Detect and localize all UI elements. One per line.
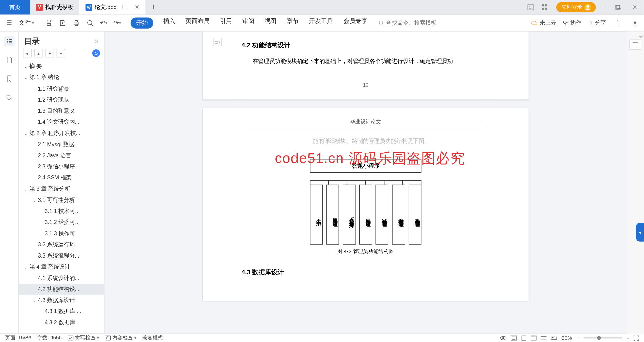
undo-icon[interactable]: ↶▾ <box>98 17 109 28</box>
chevron-down-icon[interactable]: ⌄ <box>22 75 29 80</box>
menu-view[interactable]: 视图 <box>265 17 277 28</box>
toc-item[interactable]: 4.3.2 数据库... <box>19 317 104 328</box>
word-count[interactable]: 字数: 9556 <box>37 334 62 342</box>
zoom-slider[interactable] <box>583 337 622 339</box>
menu-chapter[interactable]: 章节 <box>287 17 299 28</box>
chevron-down-icon[interactable]: ⌄ <box>22 64 29 69</box>
toc-item[interactable]: ⌄第 1 章 绪论 <box>19 72 104 83</box>
toc-item[interactable]: ⌄3.1 可行性分析 <box>19 194 104 206</box>
bookmark-rail-icon[interactable] <box>4 55 14 65</box>
add-heading-icon[interactable]: + <box>45 49 54 58</box>
close-icon[interactable]: ✕ <box>135 4 139 10</box>
tab-template[interactable]: 找稻壳模板 <box>30 0 79 14</box>
chevron-down-icon[interactable]: ⌄ <box>22 131 29 135</box>
svg-point-20 <box>88 20 92 25</box>
mini-arrow-icon[interactable]: ◂▸ <box>639 34 642 38</box>
maximize-icon[interactable] <box>615 4 625 9</box>
toc-item[interactable]: 1.2 研究现状 <box>19 94 104 105</box>
print-icon[interactable] <box>71 17 82 28</box>
menu-insert[interactable]: 插入 <box>163 17 175 28</box>
save-icon[interactable] <box>43 17 54 28</box>
chevron-down-icon[interactable]: ⌄ <box>31 298 38 303</box>
file-menu[interactable]: 文件▾ <box>17 19 36 27</box>
spellcheck-toggle[interactable]: 拼写检查 ▾ <box>68 334 99 342</box>
share-button[interactable]: 分享 <box>587 19 606 27</box>
page-11: 毕业设计论文 code51.cn 源码乐园盗图必究 能的详细模块。绘制的管理员功… <box>203 108 528 301</box>
page-header-icon[interactable]: ▤▾ <box>213 38 222 46</box>
tab-home[interactable]: 首页 <box>0 0 30 14</box>
view-read-icon[interactable] <box>511 335 517 340</box>
content-check[interactable]: 内容检查 ▾ <box>105 334 136 342</box>
favorite-rail-icon[interactable] <box>4 74 14 84</box>
sidebar-close-icon[interactable]: ✕ <box>94 38 99 44</box>
fullscreen-icon[interactable] <box>634 335 639 340</box>
navigator-icon[interactable]: ☰ <box>629 40 641 50</box>
menu-vip[interactable]: 会员专享 <box>343 17 368 28</box>
toc-item[interactable]: 3.2 系统运行环... <box>19 239 104 250</box>
view-outline-icon[interactable] <box>541 335 547 340</box>
chevron-down-icon[interactable]: ⌄ <box>22 265 29 269</box>
redo-icon[interactable]: ↷▾ <box>112 17 123 28</box>
toc-item[interactable]: 2.3 微信小程序... <box>19 161 104 172</box>
toc-item[interactable]: 3.1.3 操作可... <box>19 228 104 239</box>
screen-layout-icon[interactable] <box>122 4 128 9</box>
toc-item[interactable]: 4.2 功能结构设... <box>19 284 104 295</box>
more-icon[interactable]: ⋮ <box>612 17 623 28</box>
menu-dev[interactable]: 开发工具 <box>309 17 333 28</box>
toc-item[interactable]: ⌄第 4 章 系统设计 <box>19 262 104 273</box>
search-input[interactable] <box>386 20 446 26</box>
menu-review[interactable]: 审阅 <box>242 17 254 28</box>
search-rail-icon[interactable] <box>4 93 14 103</box>
side-handle[interactable]: ◂ <box>636 223 644 242</box>
toc-item[interactable]: 1.4 论文研究内... <box>19 117 104 128</box>
menu-icon[interactable]: ☰ <box>3 17 14 28</box>
zoom-in-icon[interactable]: + <box>626 335 629 341</box>
ribbon-icon[interactable]: 1 <box>527 4 537 10</box>
refresh-toc-icon[interactable]: ↻ <box>92 49 100 57</box>
toc-item[interactable]: 2.1 Mysql 数据... <box>19 139 104 150</box>
toc-item[interactable]: ⌄摘 要 <box>19 61 104 72</box>
outline-rail-icon[interactable] <box>4 36 14 46</box>
menu-start[interactable]: 开始 <box>131 17 153 28</box>
document-area[interactable]: ▤▾ 4.2 功能结构设计 在管理员功能模块确定下来的基础上，对管理员各个功能进… <box>105 32 627 334</box>
chevron-down-icon[interactable]: ⌄ <box>22 187 29 191</box>
toc-item[interactable]: 4.3.1 数据库 ... <box>19 306 104 317</box>
chevron-down-icon[interactable]: ⌄ <box>31 198 38 203</box>
toc-item[interactable]: 3.1.2 经济可... <box>19 217 104 228</box>
toc-item[interactable]: 2.4 SSM 框架 <box>19 172 104 183</box>
toc-item[interactable]: 3.1.1 技术可... <box>19 206 104 217</box>
new-tab-button[interactable]: + <box>145 0 162 14</box>
cloud-status[interactable]: 未上云 <box>531 19 556 27</box>
page-indicator[interactable]: 页面: 15/33 <box>5 334 31 342</box>
zoom-label[interactable]: 80% <box>561 335 572 341</box>
ruler-icon[interactable] <box>551 335 557 340</box>
close-window-icon[interactable]: ✕ <box>630 4 640 10</box>
toc-item[interactable]: ⌄4.3 数据库设计 <box>19 295 104 306</box>
zoom-out-icon[interactable]: − <box>576 335 579 341</box>
toc-item[interactable]: 3.3 系统流程分... <box>19 250 104 261</box>
export-icon[interactable] <box>57 17 68 28</box>
paragraph: 在管理员功能模块确定下来的基础上，对管理员各个功能进行设计，确定管理员功 <box>241 56 490 67</box>
toc-item[interactable]: 4.1 系统设计的... <box>19 273 104 284</box>
collab-button[interactable]: 协作 <box>562 19 581 27</box>
apps-icon[interactable] <box>542 4 551 10</box>
toc-item[interactable]: ⌄第 3 章 系统分析 <box>19 183 104 194</box>
toc-item[interactable]: 1.1 研究背景 <box>19 83 104 94</box>
menu-layout[interactable]: 页面布局 <box>185 17 210 28</box>
menu-reference[interactable]: 引用 <box>220 17 232 28</box>
expand-all-icon[interactable]: ▴ <box>34 49 43 58</box>
collapse-all-icon[interactable]: ▾ <box>23 49 32 58</box>
collapse-icon[interactable]: ∧ <box>629 17 640 28</box>
toc-item[interactable]: 1.3 目的和意义 <box>19 105 104 116</box>
toc-item[interactable]: ⌄第 2 章 程序开发技... <box>19 128 104 139</box>
preview-icon[interactable] <box>85 17 96 28</box>
command-search[interactable] <box>378 20 446 26</box>
view-web-icon[interactable] <box>531 335 537 340</box>
view-eye-icon[interactable] <box>500 335 506 340</box>
minimize-icon[interactable]: — <box>601 4 610 10</box>
view-page-icon[interactable] <box>521 335 526 340</box>
remove-heading-icon[interactable]: − <box>57 49 65 58</box>
toc-item[interactable]: 2.2 Java 语言 <box>19 150 104 161</box>
tab-document[interactable]: 论文.doc ✕ <box>79 0 145 14</box>
login-button[interactable]: 立即登录 <box>556 2 596 12</box>
